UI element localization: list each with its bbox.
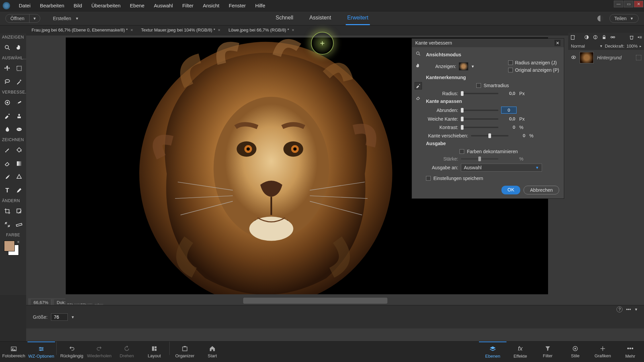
- dialog-titlebar[interactable]: Kante verbessern ✕: [412, 39, 564, 47]
- hand-tool-icon[interactable]: [14, 43, 24, 52]
- pencil-tool-icon[interactable]: [14, 186, 24, 195]
- create-button[interactable]: Erstellen ▼: [53, 16, 79, 21]
- lock-layer-icon[interactable]: [601, 35, 607, 41]
- eraser-tool-icon[interactable]: [3, 159, 12, 168]
- menu-filter[interactable]: Filter: [177, 1, 198, 10]
- horizontal-scrollbar[interactable]: [65, 298, 550, 304]
- foreground-color-swatch[interactable]: [4, 241, 15, 251]
- adjustment-layer-icon[interactable]: [593, 35, 598, 41]
- smooth-slider[interactable]: [461, 110, 498, 111]
- collapse-icon[interactable]: ▼: [634, 307, 638, 311]
- mode-tab-guided[interactable]: Assistent: [308, 11, 332, 25]
- opacity-value[interactable]: 100%: [627, 44, 638, 49]
- nav-styles[interactable]: Stile: [561, 342, 589, 362]
- nav-effects[interactable]: fxEffekte: [506, 342, 534, 362]
- menu-select[interactable]: Auswahl: [149, 1, 178, 10]
- menu-image[interactable]: Bild: [69, 1, 87, 10]
- size-caret-icon[interactable]: ▼: [71, 315, 75, 319]
- trash-icon[interactable]: [629, 35, 634, 41]
- sponge-tool-icon[interactable]: [14, 125, 24, 134]
- move-content-tool-icon[interactable]: [3, 220, 12, 229]
- doc-tab[interactable]: Frau.jpeg bei 66,7% (Ebene 0, Ebenenmask…: [28, 26, 137, 34]
- menu-layer[interactable]: Ebene: [125, 1, 149, 10]
- link-layers-icon[interactable]: [610, 35, 615, 41]
- remember-settings-checkbox[interactable]: [426, 176, 431, 181]
- crop-tool-icon[interactable]: [3, 206, 12, 216]
- show-original-checkbox[interactable]: [508, 68, 513, 72]
- nav-more[interactable]: •••Mehr: [616, 342, 644, 362]
- nav-layers[interactable]: Ebenen: [479, 342, 506, 362]
- ok-button[interactable]: OK: [501, 186, 520, 194]
- open-button[interactable]: Öffnen ▼: [5, 14, 40, 23]
- menu-edit[interactable]: Bearbeiten: [35, 1, 69, 10]
- radius-slider[interactable]: [461, 93, 498, 94]
- share-button[interactable]: Teilen ▼: [609, 14, 639, 23]
- gradient-tool-icon[interactable]: [14, 159, 24, 168]
- help-icon[interactable]: ?: [616, 306, 623, 312]
- zoom-tool-icon[interactable]: [3, 43, 12, 52]
- dialog-zoom-icon[interactable]: [415, 50, 422, 57]
- brush-tool-icon[interactable]: [3, 145, 12, 155]
- nav-undo[interactable]: Rückgängig: [58, 342, 86, 362]
- close-icon[interactable]: ×: [130, 27, 133, 33]
- nav-organizer[interactable]: Organizer: [171, 342, 199, 362]
- nav-layout[interactable]: Layout: [141, 342, 168, 362]
- clone-tool-icon[interactable]: [14, 111, 24, 121]
- layer-mask-icon[interactable]: [584, 35, 589, 41]
- dialog-hand-icon[interactable]: [415, 62, 422, 69]
- menu-view[interactable]: Ansicht: [198, 1, 224, 10]
- size-input[interactable]: 76: [51, 313, 68, 321]
- doc-tab[interactable]: Textur Mauer.jpeg bei 104% (RGB/8) *×: [138, 26, 224, 34]
- decontaminate-checkbox[interactable]: [460, 149, 464, 154]
- output-to-select[interactable]: Auswahl ▼: [461, 164, 542, 172]
- shape-tool-icon[interactable]: [14, 172, 24, 182]
- view-thumbnail[interactable]: [459, 62, 468, 70]
- more-options-icon[interactable]: •••: [626, 307, 631, 312]
- menu-help[interactable]: Hilfe: [251, 1, 270, 10]
- nav-graphics[interactable]: Grafiken: [589, 342, 616, 362]
- panel-menu-icon[interactable]: •≡: [638, 35, 642, 41]
- recompose-tool-icon[interactable]: [14, 206, 24, 216]
- shift-value[interactable]: 0: [511, 132, 527, 139]
- nav-rotate[interactable]: Drehen: [113, 342, 141, 362]
- feather-slider[interactable]: [461, 118, 498, 120]
- swap-colors-icon[interactable]: ⤭: [17, 240, 19, 244]
- lasso-tool-icon[interactable]: [3, 77, 12, 86]
- contrast-slider[interactable]: [461, 127, 498, 128]
- menu-enhance[interactable]: Überarbeiten: [87, 1, 125, 10]
- nav-wz-optionen[interactable]: WZ-Optionen: [28, 342, 55, 362]
- nav-redo[interactable]: Wiederholen: [86, 342, 113, 362]
- window-maximize[interactable]: ▭: [624, 1, 633, 7]
- shift-slider[interactable]: [471, 135, 508, 136]
- dialog-refine-brush-icon[interactable]: [415, 82, 422, 89]
- marquee-tool-icon[interactable]: [14, 64, 24, 73]
- doc-tab[interactable]: Löwe.jpeg bei 66,7% (RGB/8) *×: [225, 26, 298, 34]
- blend-mode-select[interactable]: Normal: [571, 44, 597, 49]
- dialog-close-button[interactable]: ✕: [554, 40, 560, 46]
- scrollbar-thumb[interactable]: [243, 298, 387, 304]
- close-icon[interactable]: ×: [218, 27, 221, 33]
- show-radius-checkbox[interactable]: [508, 60, 513, 65]
- theme-toggle-icon[interactable]: [597, 15, 603, 21]
- redeye-tool-icon[interactable]: [3, 98, 12, 107]
- smart-brush-icon[interactable]: [3, 111, 12, 121]
- strength-slider[interactable]: [461, 158, 498, 160]
- color-swatch[interactable]: ⤭: [4, 241, 19, 255]
- eyedropper-tool-icon[interactable]: [3, 172, 12, 182]
- close-icon[interactable]: ×: [292, 27, 294, 33]
- heal-tool-icon[interactable]: [14, 98, 24, 107]
- blend-caret-icon[interactable]: ▼: [599, 44, 603, 48]
- nav-home[interactable]: Start: [199, 342, 226, 362]
- layer-lock-icon[interactable]: [636, 55, 641, 60]
- straighten-tool-icon[interactable]: [14, 220, 24, 229]
- visibility-icon[interactable]: [571, 55, 576, 61]
- window-close[interactable]: ✕: [634, 1, 643, 7]
- move-tool-icon[interactable]: [3, 64, 12, 73]
- cancel-button[interactable]: Abbrechen: [524, 186, 559, 194]
- menu-file[interactable]: Datei: [14, 1, 35, 10]
- blur-tool-icon[interactable]: [3, 125, 12, 134]
- dialog-erase-brush-icon[interactable]: [415, 94, 422, 102]
- text-tool-icon[interactable]: T: [3, 186, 12, 195]
- wand-tool-icon[interactable]: [14, 77, 24, 86]
- smart-radius-checkbox[interactable]: [476, 83, 481, 88]
